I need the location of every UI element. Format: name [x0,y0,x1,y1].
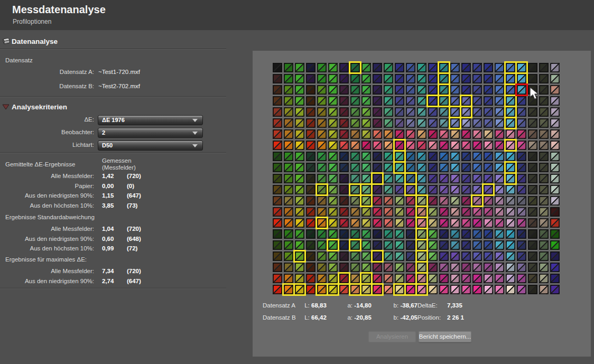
color-patch[interactable] [273,285,282,294]
color-patch[interactable] [417,141,426,150]
color-patch[interactable] [317,218,327,228]
color-patch[interactable] [395,251,404,261]
color-patch[interactable] [317,285,327,294]
color-patch[interactable] [506,63,515,72]
color-patch[interactable] [550,240,560,250]
color-patch[interactable] [495,207,504,217]
color-patch[interactable] [428,240,438,250]
color-patch[interactable] [495,163,504,172]
color-patch[interactable] [495,118,504,128]
color-patch[interactable] [317,74,327,83]
color-patch[interactable] [450,196,460,206]
color-patch[interactable] [439,274,449,283]
color-patch[interactable] [339,229,349,239]
color-patch[interactable] [273,251,282,261]
color-patch[interactable] [528,185,537,194]
color-patch[interactable] [306,251,315,261]
color-patch[interactable] [406,251,415,261]
color-patch[interactable] [495,152,504,161]
color-patch[interactable] [506,74,515,83]
color-patch[interactable] [428,196,438,206]
color-patch[interactable] [273,240,282,250]
color-patch[interactable] [350,285,360,294]
color-patch[interactable] [461,63,471,72]
color-patch[interactable] [461,96,471,106]
color-patch[interactable] [306,229,315,239]
color-patch[interactable] [439,74,449,83]
color-patch[interactable] [361,163,371,172]
color-patch[interactable] [406,263,415,272]
color-patch[interactable] [295,196,304,206]
color-patch[interactable] [472,96,482,106]
color-patch[interactable] [395,285,404,294]
color-patch[interactable] [461,129,471,139]
color-patch[interactable] [428,63,438,72]
color-patch[interactable] [284,152,293,161]
color-patch[interactable] [550,141,560,150]
color-patch[interactable] [350,207,360,217]
color-patch[interactable] [528,207,537,217]
color-patch[interactable] [406,118,415,128]
criteria-dropdown[interactable]: 2 [98,128,203,138]
color-patch[interactable] [295,218,304,228]
color-patch[interactable] [461,185,471,194]
color-patch[interactable] [306,129,315,139]
color-patch[interactable] [339,63,349,72]
color-patch[interactable] [517,196,526,206]
color-patch[interactable] [428,152,438,161]
color-patch[interactable] [528,129,537,139]
color-patch[interactable] [273,96,282,106]
color-patch[interactable] [295,96,304,106]
color-patch[interactable] [384,63,393,72]
color-patch[interactable] [539,141,549,150]
color-patch[interactable] [495,63,504,72]
color-patch[interactable] [417,274,426,283]
color-patch[interactable] [406,96,415,106]
color-patch[interactable] [306,274,315,283]
color-patch[interactable] [539,63,549,72]
color-patch[interactable] [417,196,426,206]
color-patch[interactable] [317,85,327,95]
color-patch[interactable] [461,107,471,117]
color-patch[interactable] [417,129,426,139]
color-patch[interactable] [550,118,560,128]
color-patch[interactable] [384,263,393,272]
color-patch[interactable] [328,163,338,172]
color-patch[interactable] [439,63,449,72]
color-patch[interactable] [495,96,504,106]
color-patch[interactable] [472,107,482,117]
color-patch[interactable] [472,118,482,128]
color-patch[interactable] [317,185,327,194]
color-patch[interactable] [472,152,482,161]
color-patch[interactable] [317,152,327,161]
color-patch[interactable] [406,229,415,239]
color-patch[interactable] [284,240,293,250]
color-patch[interactable] [361,96,371,106]
color-patch[interactable] [295,74,304,83]
color-patch[interactable] [539,196,549,206]
color-patch[interactable] [317,141,327,150]
color-patch[interactable] [339,240,349,250]
color-patch[interactable] [339,118,349,128]
color-patch[interactable] [550,285,560,294]
color-patch[interactable] [517,107,526,117]
color-patch[interactable] [550,207,560,217]
color-patch[interactable] [384,185,393,194]
color-patch[interactable] [528,152,537,161]
color-patch[interactable] [384,196,393,206]
color-patch[interactable] [472,129,482,139]
color-patch[interactable] [406,129,415,139]
color-patch[interactable] [361,196,371,206]
color-patch[interactable] [472,285,482,294]
color-patch[interactable] [328,207,338,217]
color-patch[interactable] [484,74,493,83]
color-patch[interactable] [484,274,493,283]
color-patch[interactable] [395,218,404,228]
color-patch[interactable] [328,174,338,183]
color-patch[interactable] [539,163,549,172]
color-patch[interactable] [472,240,482,250]
color-patch[interactable] [273,174,282,183]
color-patch[interactable] [484,96,493,106]
color-patch[interactable] [528,251,537,261]
color-patch[interactable] [450,240,460,250]
